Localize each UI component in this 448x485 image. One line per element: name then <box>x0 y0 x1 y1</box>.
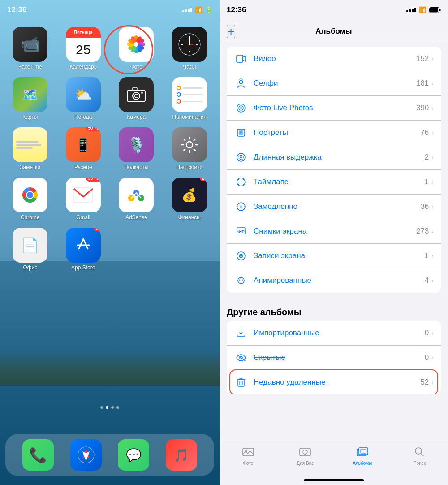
app-reminders[interactable]: Напоминания <box>167 77 213 120</box>
chevron-icon-longexp: › <box>431 154 434 161</box>
chevron-icon-screenrec: › <box>431 252 434 260</box>
video-album-icon <box>234 52 248 66</box>
svg-rect-22 <box>127 90 145 102</box>
app-gmail[interactable]: 35 786 Gmail <box>60 178 107 221</box>
album-row-slowmo[interactable]: Замедленно 36 › <box>227 195 441 219</box>
other-albums-list: Импортированные 0 › Скрытые 0 <box>227 321 441 394</box>
svg-point-63 <box>240 156 242 158</box>
app-clock[interactable]: Часы <box>167 27 213 70</box>
svg-point-82 <box>240 255 242 257</box>
svg-line-72 <box>238 184 239 185</box>
tab-foryou[interactable]: Для Вас <box>277 447 334 466</box>
albums-scroll[interactable]: Видео 152 › Селфи 181 › <box>220 43 448 442</box>
gmail-badge: 35 786 <box>86 178 101 182</box>
svg-rect-93 <box>359 448 368 455</box>
tab-albums-label: Альбомы <box>353 461 372 466</box>
svg-line-33 <box>194 149 195 151</box>
svg-rect-55 <box>240 79 242 80</box>
album-row-screenrec[interactable]: Записи экрана 1 › <box>227 244 441 268</box>
app-settings[interactable]: Настройки <box>167 127 213 170</box>
dock-safari[interactable] <box>70 439 102 471</box>
nav-title: Альбомы <box>315 27 352 36</box>
app-appstore[interactable]: 28 App Store <box>60 228 107 271</box>
app-misc[interactable]: 50 785 📱 Разное <box>60 127 107 170</box>
app-chrome[interactable]: Chrome <box>7 178 53 221</box>
album-row-video[interactable]: Видео 152 › <box>227 47 441 71</box>
chevron-icon-timelapse: › <box>431 178 434 186</box>
chevron-icon-deleted: › <box>431 379 434 386</box>
animated-album-icon <box>234 273 248 288</box>
app-office[interactable]: 📄 Офис <box>7 228 53 271</box>
screenshot-album-icon <box>234 224 248 238</box>
app-adsense[interactable]: AdSense <box>113 178 159 221</box>
svg-point-27 <box>186 142 193 148</box>
album-row-deleted[interactable]: Недавно удаленные 52 › <box>227 370 441 394</box>
album-name-deleted: Недавно удаленные <box>254 378 420 387</box>
album-row-hidden[interactable]: Скрытые 0 › <box>227 346 441 370</box>
dock-phone[interactable]: 📞 <box>22 439 54 471</box>
tab-search-label: Поиск <box>413 461 426 466</box>
svg-line-34 <box>194 139 195 141</box>
gmail-icon <box>73 187 94 203</box>
tab-bar-container: Фото Для Вас <box>220 442 448 485</box>
tab-photos[interactable]: Фото <box>220 447 277 466</box>
add-album-button[interactable]: + <box>227 25 235 38</box>
svg-point-24 <box>134 94 138 98</box>
album-count-timelapse: 1 <box>425 178 429 186</box>
app-facetime[interactable]: 📹 FaceTime <box>7 27 53 70</box>
dock-messages[interactable]: 💬 <box>118 439 149 471</box>
album-name-screenrec: Записи экрана <box>254 251 425 260</box>
svg-point-95 <box>415 448 422 454</box>
album-row-longexp[interactable]: Длинная выдержка 2 › <box>227 145 441 170</box>
app-notes[interactable]: Заметки <box>7 127 53 170</box>
home-indicator <box>304 479 364 481</box>
album-count-screenshot: 273 <box>416 227 429 236</box>
chevron-icon-selfie: › <box>431 80 434 87</box>
weather-icon: ⛅ <box>74 86 92 103</box>
album-row-screenshot[interactable]: Снимки экрана 273 › <box>227 219 441 244</box>
album-name-live: Фото Live Photos <box>254 104 416 113</box>
svg-point-54 <box>239 80 243 84</box>
chevron-icon-slowmo: › <box>431 203 434 210</box>
album-row-timelapse[interactable]: Таймлапс 1 › <box>227 170 441 195</box>
svg-line-71 <box>243 179 244 180</box>
app-maps[interactable]: 🗺️ Карты <box>7 77 53 120</box>
album-count-slowmo: 36 <box>420 202 429 211</box>
dock: 📞 💬 🎵 <box>5 434 214 476</box>
time-right: 12:36 <box>227 5 246 14</box>
album-name-portrait: Портреты <box>254 128 420 137</box>
svg-point-78 <box>240 205 242 208</box>
right-panel: 12:36 📶 + Альбомы <box>220 0 448 485</box>
album-row-imported[interactable]: Импортированные 0 › <box>227 321 441 346</box>
portrait-album-icon <box>234 126 248 140</box>
wifi-icon: 📶 <box>195 6 202 13</box>
status-icons-left: 📶 🔋 <box>182 6 212 13</box>
album-row-selfie[interactable]: Селфи 181 › <box>227 71 441 96</box>
album-row-portrait[interactable]: Портреты 76 › <box>227 121 441 145</box>
album-name-video: Видео <box>254 54 416 63</box>
album-name-screenshot: Снимки экрана <box>254 227 416 236</box>
app-camera[interactable]: Камера <box>113 77 159 120</box>
dock-music[interactable]: 🎵 <box>166 439 197 471</box>
clock-icon <box>178 33 201 56</box>
svg-line-70 <box>243 184 244 185</box>
app-finance[interactable]: 24 💰 Финансы <box>167 178 213 221</box>
timelapse-album-icon <box>234 175 248 189</box>
album-count-selfie: 181 <box>416 79 429 88</box>
album-count-hidden: 0 <box>425 353 429 362</box>
other-albums-section: Другие альбомы Импортированные 0 › <box>220 298 448 394</box>
chevron-icon-hidden: › <box>431 354 434 361</box>
tab-search[interactable]: Поиск <box>391 447 448 466</box>
chevron-icon-live: › <box>431 104 434 112</box>
app-photos[interactable]: Фото <box>113 27 159 70</box>
app-calendar[interactable]: Пятница 25 Календарь <box>60 27 107 70</box>
album-count-live: 390 <box>416 104 429 113</box>
app-podcasts[interactable]: 🎙️ Подкасты <box>113 127 159 170</box>
album-row-animated[interactable]: Анимированные 4 › <box>227 268 441 293</box>
album-row-live[interactable]: Фото Live Photos 390 › <box>227 96 441 121</box>
app-weather[interactable]: ⛅ Погода <box>60 77 107 120</box>
tab-albums[interactable]: Альбомы <box>334 447 391 466</box>
signal-icon <box>182 8 192 12</box>
album-count-portrait: 76 <box>420 128 429 137</box>
status-bar-left: 12:36 📶 🔋 <box>0 0 220 20</box>
